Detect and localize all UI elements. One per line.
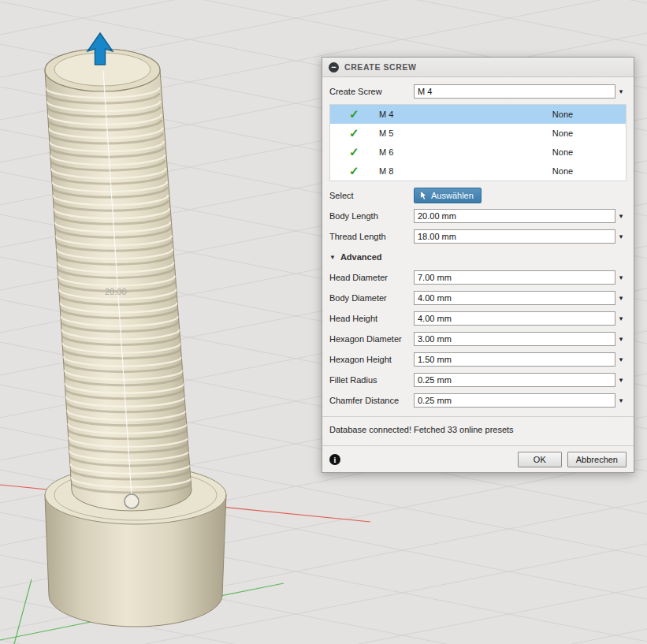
create-screw-row: Create Screw ▾ (329, 84, 627, 99)
field-label: Head Diameter (329, 273, 414, 282)
hexagon-diameter-input[interactable] (414, 332, 615, 346)
head-height-field[interactable]: ▾ (414, 311, 627, 326)
dialog-title: CREATE SCREW (344, 62, 417, 72)
cursor-icon (419, 190, 427, 201)
base-point-manipulator[interactable] (125, 494, 139, 508)
field-label: Chamfer Distance (329, 396, 414, 405)
dropdown-arrow-icon[interactable]: ▾ (615, 233, 627, 240)
dropdown-arrow-icon[interactable]: ▾ (615, 376, 627, 384)
hexagon-diameter-row: Hexagon Diameter ▾ (329, 331, 627, 347)
fillet-radius-input[interactable] (414, 373, 615, 387)
head-height-row: Head Height ▾ (329, 311, 627, 326)
dropdown-arrow-icon[interactable]: ▾ (615, 274, 627, 281)
preset-name: M 5 (379, 124, 393, 143)
field-label: Fillet Radius (329, 375, 414, 385)
chamfer-distance-input[interactable] (414, 393, 615, 408)
preset-row-m6[interactable]: ✓ M 6 None (330, 143, 626, 162)
thread-length-field[interactable]: ▾ (414, 229, 627, 244)
body-length-field[interactable]: ▾ (414, 209, 627, 223)
preset-row-m8[interactable]: ✓ M 8 None (330, 162, 626, 181)
preset-status: None (531, 105, 594, 124)
preset-name: M 6 (379, 143, 393, 162)
hexagon-height-input[interactable] (414, 352, 615, 367)
body-diameter-input[interactable] (414, 291, 615, 305)
ok-button[interactable]: OK (518, 452, 562, 467)
body-diameter-field[interactable]: ▾ (414, 291, 627, 305)
head-height-input[interactable] (414, 311, 615, 326)
advanced-label: Advanced (340, 252, 382, 262)
field-label: Hexagon Diameter (329, 334, 414, 344)
head-diameter-row: Head Diameter ▾ (329, 270, 627, 285)
head-diameter-field[interactable]: ▾ (414, 270, 627, 285)
preset-name: M 8 (379, 162, 393, 181)
status-message: Database connected! Fetched 33 online pr… (329, 417, 627, 439)
chamfer-distance-row: Chamfer Distance ▾ (329, 393, 627, 408)
body-length-row: Body Length ▾ (329, 208, 627, 224)
hexagon-diameter-field[interactable]: ▾ (414, 332, 627, 346)
create-screw-input[interactable] (414, 84, 615, 99)
select-button[interactable]: Auswählen (414, 188, 482, 203)
preset-name: M 4 (379, 105, 393, 124)
body-diameter-row: Body Diameter ▾ (329, 290, 627, 306)
thread-length-input[interactable] (414, 229, 615, 244)
dimension-label: 20.00 (105, 287, 127, 296)
field-label: Head Height (329, 314, 414, 323)
dropdown-arrow-icon[interactable]: ▾ (615, 87, 627, 95)
dropdown-arrow-icon[interactable]: ▾ (615, 396, 627, 404)
viewport[interactable]: 20.00 − CREATE SCREW Create Screw ▾ ✓ M (0, 0, 647, 644)
check-icon: ✓ (349, 143, 359, 162)
create-screw-dialog: − CREATE SCREW Create Screw ▾ ✓ M 4 None (322, 57, 634, 473)
dropdown-arrow-icon[interactable]: ▾ (615, 335, 627, 343)
screw-3d-model[interactable] (45, 49, 226, 627)
dialog-titlebar[interactable]: − CREATE SCREW (322, 58, 634, 77)
body-length-input[interactable] (414, 209, 615, 223)
info-icon[interactable]: i (329, 454, 340, 465)
create-screw-label: Create Screw (329, 87, 414, 96)
preset-status: None (531, 143, 594, 162)
select-label: Select (329, 191, 414, 200)
chamfer-distance-field[interactable]: ▾ (414, 393, 627, 408)
field-label: Body Length (329, 211, 414, 221)
select-row: Select Auswählen (329, 188, 627, 203)
check-icon: ✓ (349, 124, 359, 143)
triangle-down-icon: ▼ (329, 254, 336, 261)
hexagon-height-field[interactable]: ▾ (414, 352, 627, 367)
cancel-button[interactable]: Abbrechen (567, 452, 627, 467)
preset-row-m4[interactable]: ✓ M 4 None (330, 105, 626, 124)
preset-status: None (531, 162, 594, 181)
check-icon: ✓ (349, 105, 359, 124)
collapse-icon[interactable]: − (329, 62, 339, 73)
head-diameter-input[interactable] (414, 270, 615, 285)
preset-status: None (531, 124, 594, 143)
dropdown-arrow-icon[interactable]: ▾ (615, 356, 627, 363)
field-label: Body Diameter (329, 293, 414, 303)
advanced-section-toggle[interactable]: ▼ Advanced (329, 249, 627, 265)
field-label: Hexagon Height (329, 355, 414, 364)
dropdown-arrow-icon[interactable]: ▾ (615, 294, 627, 302)
dropdown-arrow-icon[interactable]: ▾ (615, 315, 627, 322)
fillet-radius-field[interactable]: ▾ (414, 373, 627, 387)
select-button-label: Auswählen (431, 191, 474, 200)
dialog-footer: i OK Abbrechen (322, 445, 634, 467)
thread-length-row: Thread Length ▾ (329, 229, 627, 244)
preset-row-m5[interactable]: ✓ M 5 None (330, 124, 626, 143)
dropdown-arrow-icon[interactable]: ▾ (615, 212, 627, 220)
field-label: Thread Length (329, 232, 414, 241)
preset-list: ✓ M 4 None ✓ M 5 None ✓ M 6 None ✓ M 8 (329, 104, 627, 181)
fillet-radius-row: Fillet Radius ▾ (329, 372, 627, 388)
hexagon-height-row: Hexagon Height ▾ (329, 352, 627, 367)
check-icon: ✓ (349, 162, 359, 181)
